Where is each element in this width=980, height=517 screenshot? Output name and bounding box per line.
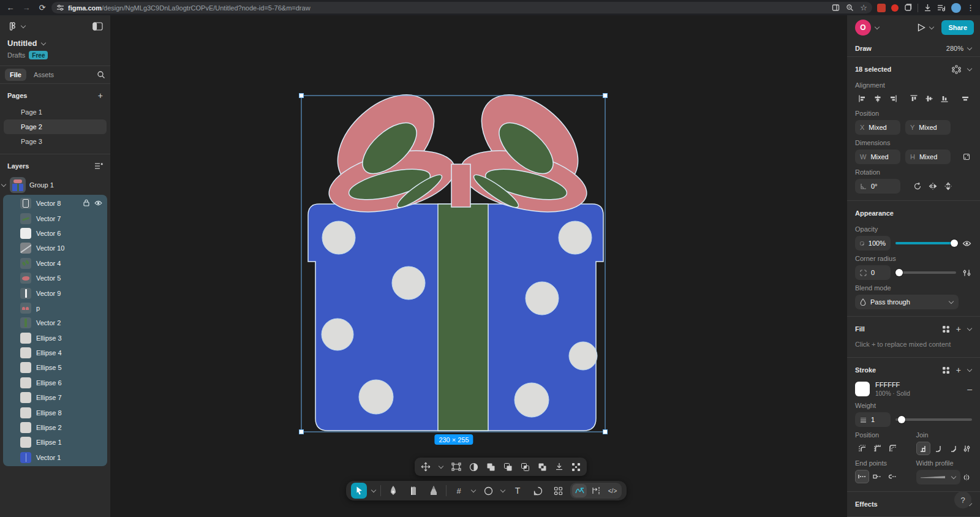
search-icon[interactable] — [97, 70, 105, 79]
layer-row-vector-9[interactable]: Vector 9 — [3, 285, 107, 300]
layer-row-ellipse-7[interactable]: Ellipse 7 — [3, 390, 107, 405]
mask-icon[interactable] — [469, 462, 478, 472]
component-grid-icon[interactable] — [571, 462, 581, 472]
edit-vector-icon[interactable] — [421, 462, 431, 472]
align-bottom-icon[interactable] — [937, 92, 951, 105]
rotate-90-icon[interactable] — [910, 179, 924, 193]
measure-mode-button[interactable] — [589, 484, 603, 497]
bookmark-star-icon[interactable]: ☆ — [860, 3, 867, 12]
align-v-center-icon[interactable] — [922, 92, 936, 105]
chevron-down-icon[interactable] — [41, 41, 46, 46]
remove-stroke-icon[interactable]: – — [967, 384, 972, 394]
download-icon[interactable] — [924, 4, 932, 12]
zoom-level[interactable]: 280% — [946, 45, 963, 52]
flip-vertical-icon[interactable] — [941, 179, 955, 193]
styles-grid-icon[interactable] — [942, 366, 950, 374]
draw-mode-button[interactable] — [572, 484, 587, 497]
file-location[interactable]: Drafts — [7, 51, 25, 59]
boolean-union-icon[interactable] — [486, 462, 496, 472]
sticker-actions-icon[interactable] — [952, 65, 961, 74]
layer-row-vector-1[interactable]: Vector 1 — [3, 450, 107, 465]
chevron-down-icon[interactable] — [471, 488, 476, 493]
boolean-intersect-icon[interactable] — [521, 462, 530, 472]
stroke-center-icon[interactable] — [870, 442, 884, 455]
endpoint-round-icon[interactable] — [886, 470, 900, 483]
tidy-up-icon[interactable] — [958, 92, 972, 105]
layers-filter-icon[interactable] — [94, 162, 103, 170]
mode-label[interactable]: Draw — [855, 45, 872, 52]
independent-corners-icon[interactable] — [963, 269, 971, 277]
gift-ribbon-shape[interactable] — [438, 204, 488, 431]
help-button[interactable]: ? — [954, 491, 971, 508]
stroke-outside-icon[interactable] — [886, 442, 900, 455]
endpoint-square-icon[interactable] — [870, 470, 884, 483]
variable-width-icon[interactable] — [962, 474, 971, 481]
tab-file[interactable]: File — [5, 69, 26, 81]
layer-row-vector-5[interactable]: Vector 5 — [3, 271, 107, 285]
add-page-icon[interactable]: + — [98, 91, 103, 100]
dot-shape[interactable] — [322, 221, 355, 254]
record-extension-icon[interactable] — [891, 4, 899, 12]
width-field[interactable]: WMixed — [855, 149, 900, 164]
eye-icon[interactable] — [94, 200, 102, 207]
lock-icon[interactable] — [83, 199, 89, 208]
layer-row-ellipse-8[interactable]: Ellipse 8 — [3, 405, 107, 420]
boolean-subtract-icon[interactable] — [503, 462, 513, 472]
side-panel-icon[interactable] — [832, 4, 840, 12]
flatten-icon[interactable] — [555, 462, 564, 472]
canvas[interactable]: 230 × 255 — [110, 15, 847, 517]
chevron-down-icon[interactable] — [967, 326, 972, 331]
share-button[interactable]: Share — [941, 20, 974, 35]
text-tool[interactable]: T — [510, 483, 526, 499]
dot-shape[interactable] — [514, 383, 549, 417]
layer-row-vector-6[interactable]: Vector 6 — [3, 226, 107, 241]
figma-logo-icon[interactable] — [7, 21, 17, 31]
chevron-down-icon[interactable] — [967, 46, 972, 51]
sidebar-item-page-1[interactable]: Page 1 — [4, 105, 107, 119]
stroke-weight-slider[interactable] — [895, 418, 972, 421]
dot-shape[interactable] — [526, 282, 559, 315]
align-top-icon[interactable] — [907, 92, 921, 105]
endpoint-none-icon[interactable] — [855, 470, 869, 483]
opacity-field[interactable]: 100% — [855, 236, 891, 251]
layer-row-vector-8[interactable]: Vector 8 — [3, 196, 107, 211]
layer-row-p[interactable]: p — [3, 301, 107, 315]
corner-radius-field[interactable]: 0 — [855, 265, 891, 280]
site-settings-icon[interactable] — [56, 4, 64, 12]
layer-row-ellipse-4[interactable]: Ellipse 4 — [3, 345, 107, 360]
align-left-icon[interactable] — [855, 92, 869, 105]
layer-row-ellipse-6[interactable]: Ellipse 6 — [3, 375, 107, 390]
width-profile-dropdown[interactable] — [916, 470, 960, 485]
chevron-down-icon[interactable] — [929, 25, 934, 30]
corner-radius-slider[interactable] — [895, 271, 956, 274]
layer-row-vector-2[interactable]: Vector 2 — [3, 315, 107, 330]
playlist-icon[interactable] — [937, 4, 946, 12]
zoom-page-icon[interactable] — [846, 4, 854, 12]
layer-row-vector-10[interactable]: Vector 10 — [3, 241, 107, 255]
stroke-color-hex[interactable]: FFFFFF — [875, 380, 910, 390]
constrain-proportions-icon[interactable] — [962, 153, 971, 161]
user-avatar[interactable]: O — [855, 20, 871, 36]
chevron-down-icon[interactable] — [967, 368, 972, 372]
y-position-field[interactable]: YMixed — [905, 120, 951, 135]
layer-row-vector-4[interactable]: Vector 4 — [3, 256, 107, 271]
layer-group-row[interactable]: Group 1 — [0, 176, 110, 194]
align-right-icon[interactable] — [886, 92, 900, 105]
join-miter-icon[interactable] — [916, 442, 930, 455]
layer-row-ellipse-5[interactable]: Ellipse 5 — [3, 360, 107, 375]
layer-row-ellipse-2[interactable]: Ellipse 2 — [3, 420, 107, 435]
sidebar-item-page-2[interactable]: Page 2 — [4, 119, 107, 134]
layer-row-ellipse-3[interactable]: Ellipse 3 — [3, 331, 107, 345]
comment-tool[interactable] — [530, 483, 546, 499]
styles-grid-icon[interactable] — [942, 325, 950, 333]
selection-handle-bottom-right[interactable] — [603, 430, 608, 434]
advanced-stroke-icon[interactable] — [963, 445, 971, 453]
chevron-down-icon[interactable] — [439, 464, 443, 469]
dot-shape[interactable] — [322, 319, 353, 350]
dot-shape[interactable] — [359, 380, 393, 414]
height-field[interactable]: HMixed — [905, 149, 951, 164]
align-h-center-icon[interactable] — [870, 92, 884, 105]
selection-handle-top-left[interactable] — [300, 94, 304, 98]
browser-menu-icon[interactable]: ⋮ — [967, 3, 974, 12]
marker-tool[interactable] — [405, 483, 421, 499]
